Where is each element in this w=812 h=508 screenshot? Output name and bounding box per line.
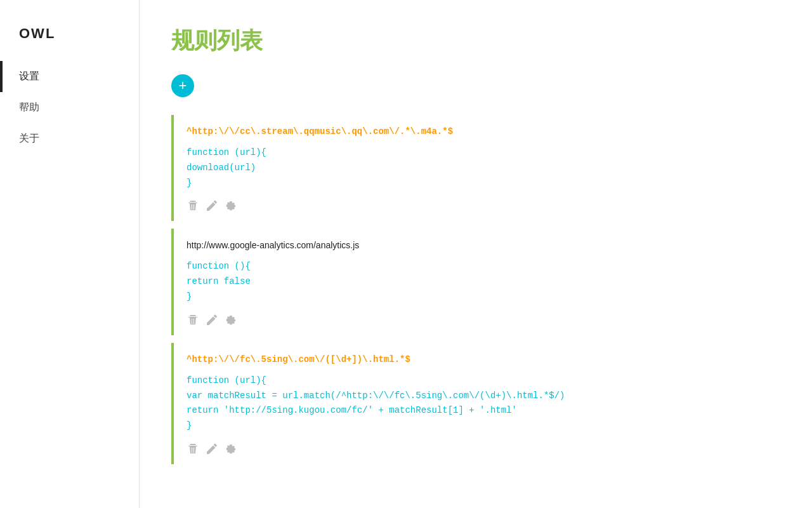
rule-code: function (url){ var matchResult = url.ma… [187, 373, 768, 434]
code-line-4: } [187, 420, 192, 431]
delete-icon[interactable] [187, 314, 199, 326]
add-rule-button[interactable]: + [171, 74, 194, 97]
sidebar-item-settings[interactable]: 设置 [0, 61, 139, 92]
code-line-3: } [187, 291, 192, 302]
page-title: 规则列表 [171, 25, 780, 57]
edit-icon[interactable] [206, 314, 218, 326]
sidebar-item-about[interactable]: 关于 [0, 123, 139, 154]
delete-icon[interactable] [187, 199, 199, 212]
rule-pattern: ^http:\/\/cc\.stream\.qqmusic\.qq\.com\/… [187, 126, 768, 137]
rule-card: http://www.google-analytics.com/analytic… [171, 229, 780, 335]
edit-icon[interactable] [206, 199, 218, 212]
rule-card: ^http:\/\/fc\.5sing\.com\/([\d+])\.html.… [171, 343, 780, 464]
main-content: 规则列表 + ^http:\/\/cc\.stream\.qqmusic\.qq… [140, 0, 812, 508]
app-logo: OWL [0, 19, 139, 61]
code-line-1: function (url){ [187, 375, 266, 385]
rules-list: ^http:\/\/cc\.stream\.qqmusic\.qq\.com\/… [171, 115, 780, 472]
settings-icon[interactable] [225, 199, 237, 212]
settings-icon[interactable] [225, 443, 237, 455]
rule-code: function (url){ download(url) } [187, 145, 768, 190]
sidebar-item-help[interactable]: 帮助 [0, 92, 139, 123]
rule-code: function (){ return false } [187, 259, 768, 304]
code-line-3: } [187, 178, 192, 188]
rule-actions [187, 199, 768, 212]
rule-actions [187, 443, 768, 455]
rule-pattern: http://www.google-analytics.com/analytic… [187, 240, 768, 250]
code-line-3: return 'http://5sing.kugou.com/fc/' + ma… [187, 405, 517, 415]
code-line-1: function (){ [187, 261, 251, 271]
settings-icon[interactable] [225, 314, 237, 326]
rule-card: ^http:\/\/cc\.stream\.qqmusic\.qq\.com\/… [171, 115, 780, 221]
code-line-2: download(url) [187, 163, 256, 173]
sidebar: OWL 设置 帮助 关于 [0, 0, 140, 508]
rule-pattern: ^http:\/\/fc\.5sing\.com\/([\d+])\.html.… [187, 354, 768, 364]
code-line-1: function (url){ [187, 147, 266, 157]
edit-icon[interactable] [206, 443, 218, 455]
delete-icon[interactable] [187, 443, 199, 455]
code-line-2: return false [187, 276, 251, 286]
code-line-2: var matchResult = url.match(/^http:\/\/f… [187, 391, 565, 401]
rule-actions [187, 314, 768, 326]
